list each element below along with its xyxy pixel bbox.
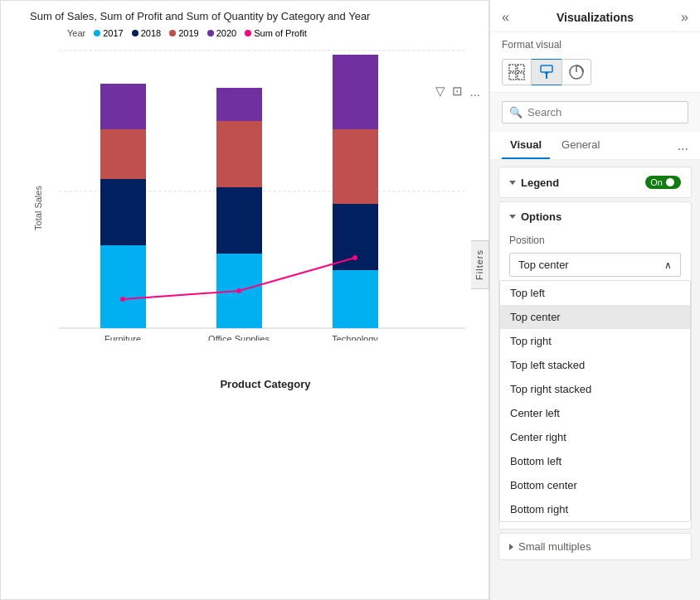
option-bottom-center[interactable]: Bottom center [500, 473, 690, 497]
collapse-icon[interactable]: « [502, 10, 509, 25]
legend-chevron-icon [509, 181, 516, 185]
legend-label-profit: Sum of Profit [254, 28, 307, 38]
filters-tab[interactable]: Filters [471, 240, 489, 289]
legend-header[interactable]: Legend On [499, 167, 691, 197]
legend-dot-2018 [132, 30, 139, 36]
chart-title: Sum of Sales, Sum of Profit and Sum of Q… [1, 1, 489, 24]
svg-rect-8 [509, 73, 516, 80]
legend-item-profit: Sum of Profit [245, 28, 307, 38]
svg-rect-10 [541, 65, 552, 72]
legend-item-2019: 2019 [169, 28, 198, 38]
y-axis-label: Total Sales [33, 186, 43, 230]
format-icons-row [490, 56, 700, 93]
profit-dot-tech [352, 255, 357, 260]
bar-office-2019 [216, 121, 262, 187]
small-multiples-section[interactable]: Small multiples [498, 533, 692, 560]
chart-panel: Sum of Sales, Sum of Profit and Sum of Q… [0, 0, 489, 600]
right-panel: « Visualizations » Format visual [489, 0, 700, 600]
search-box[interactable]: 🔍 [502, 101, 688, 123]
legend-dot-2020 [207, 30, 214, 36]
search-input[interactable] [527, 106, 681, 119]
svg-rect-6 [509, 65, 516, 71]
position-label: Position [499, 231, 691, 249]
legend-item-2018: 2018 [132, 28, 161, 38]
option-bottom-left[interactable]: Bottom left [500, 449, 690, 473]
bar-furniture-2020 [100, 84, 146, 129]
small-multiples-chevron-icon [509, 544, 513, 550]
chart-svg: $1.0M $0.5M $0.0M [51, 42, 482, 341]
legend-year-label: Year [67, 28, 85, 38]
legend-dot-profit [245, 30, 251, 36]
option-top-left-stacked[interactable]: Top left stacked [500, 353, 690, 377]
paint-roller-icon [538, 64, 555, 80]
tab-more-icon[interactable]: ... [678, 138, 688, 153]
tab-visual[interactable]: Visual [502, 132, 550, 159]
tab-general[interactable]: General [553, 132, 608, 159]
x-label-tech: Technology [332, 334, 378, 341]
position-dropdown[interactable]: Top center ∧ [509, 253, 681, 277]
svg-rect-12 [546, 74, 547, 79]
bar-tech-2017 [333, 270, 378, 328]
bar-office-2018 [216, 187, 262, 254]
options-section: Options Position Top center ∧ Top left T… [498, 201, 692, 530]
option-center-right[interactable]: Center right [500, 425, 690, 449]
options-header[interactable]: Options [499, 202, 691, 231]
dropdown-selected-value: Top center [518, 259, 569, 271]
option-top-right[interactable]: Top right [500, 329, 690, 353]
legend-header-left: Legend [509, 177, 559, 189]
bar-furniture-2019 [100, 129, 146, 179]
bar-office-2020 [216, 88, 262, 121]
grid-icon [508, 64, 525, 80]
x-axis-title: Product Category [1, 374, 489, 399]
legend-dot-2017 [94, 30, 100, 36]
bar-tech-2020 [333, 55, 378, 129]
legend-label: Legend [521, 177, 559, 189]
viz-header: « Visualizations » [490, 0, 700, 32]
bar-furniture-2018 [100, 179, 146, 245]
options-label: Options [521, 210, 561, 223]
legend-label-2020: 2020 [216, 28, 236, 38]
more-options-icon[interactable]: ... [469, 85, 480, 99]
analytics-icon [568, 64, 585, 80]
legend-toggle[interactable]: On [645, 176, 681, 189]
analytics-icon-btn[interactable] [561, 59, 591, 85]
svg-rect-9 [518, 73, 524, 80]
legend-label-2017: 2017 [103, 28, 123, 38]
toggle-label: On [650, 177, 663, 187]
format-visual-label: Format visual [490, 32, 700, 56]
expand-icon[interactable]: ⊡ [452, 84, 463, 99]
option-top-center[interactable]: Top center [500, 305, 690, 329]
legend-label-2019: 2019 [178, 28, 198, 38]
chart-legend: Year 2017 2018 2019 2020 Sum of Profit [1, 24, 489, 42]
small-multiples-label: Small multiples [518, 540, 591, 553]
x-label-furniture: Furniture [105, 334, 141, 341]
section-body: Legend On Options Position Top center ∧ [490, 160, 700, 600]
x-label-office: Office Supplies [208, 334, 270, 341]
bar-furniture-2017 [100, 245, 146, 328]
grid-icon-btn[interactable] [502, 59, 532, 85]
viz-title: Visualizations [557, 11, 634, 24]
format-icon-btn[interactable] [532, 59, 561, 85]
tab-row: Visual General ... [490, 132, 700, 160]
option-bottom-right[interactable]: Bottom right [500, 497, 690, 521]
option-top-left[interactable]: Top left [500, 281, 690, 305]
expand-panel-icon[interactable]: » [681, 10, 688, 25]
bar-tech-2018 [333, 204, 378, 270]
legend-dot-2019 [169, 30, 176, 36]
search-icon: 🔍 [509, 106, 523, 119]
option-center-left[interactable]: Center left [500, 401, 690, 425]
chart-area: Total Sales $1.0M $0.5M $0.0M [9, 42, 497, 374]
profit-dot-office [236, 288, 241, 293]
position-dropdown-list: Top left Top center Top right Top left s… [499, 280, 691, 522]
svg-rect-11 [545, 72, 548, 74]
bar-tech-2019 [333, 129, 378, 204]
filter-icon[interactable]: ▽ [435, 84, 445, 99]
dropdown-chevron-up-icon: ∧ [664, 259, 672, 271]
toggle-circle [666, 178, 674, 186]
legend-label-2018: 2018 [141, 28, 161, 38]
profit-dot-furniture [120, 297, 125, 302]
legend-section: Legend On [498, 167, 692, 198]
options-chevron-icon [509, 215, 516, 219]
option-top-right-stacked[interactable]: Top right stacked [500, 377, 690, 401]
svg-rect-7 [518, 65, 524, 71]
